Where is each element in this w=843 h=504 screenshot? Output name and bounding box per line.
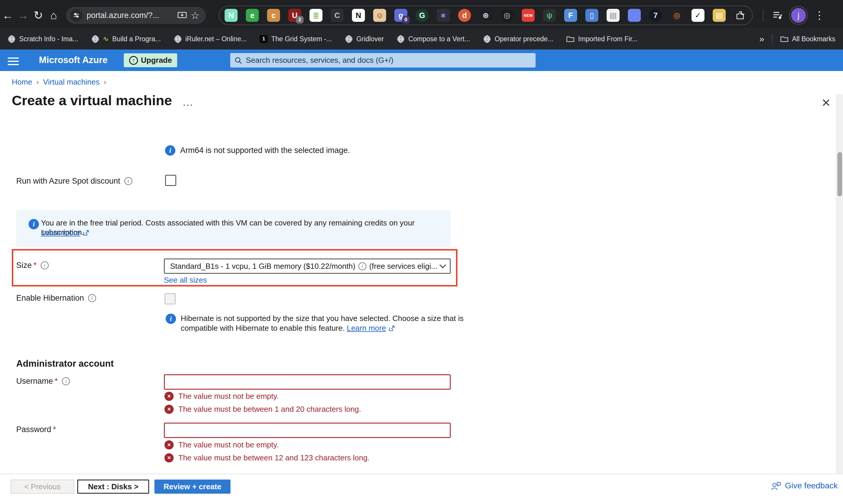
extension-new-badge-icon[interactable]: NEW [522, 9, 535, 22]
spot-discount-checkbox[interactable] [165, 175, 176, 186]
username-label: Username* i [16, 377, 70, 386]
bookmark-item[interactable]: Operator precede... [483, 35, 553, 43]
title-more-menu[interactable]: … [182, 96, 194, 108]
previous-button[interactable]: < Previous [11, 480, 74, 494]
info-tooltip-icon[interactable]: i [41, 262, 49, 269]
hibernation-info-line1: Hibernate is not supported by the size t… [181, 313, 464, 323]
error-icon: × [164, 440, 174, 449]
required-asterisk: * [53, 425, 56, 434]
info-icon: i [29, 219, 39, 229]
extension-ublock-icon[interactable]: U2 [288, 9, 301, 22]
username-input[interactable] [164, 374, 451, 390]
extension-target-rings-icon[interactable]: ◎ [501, 9, 514, 22]
bookmark-folder-item[interactable]: Imported From Fir... [566, 35, 638, 43]
size-dropdown[interactable]: Standard_B1s - 1 vcpu, 1 GiB memory ($10… [164, 258, 451, 274]
all-bookmarks-button[interactable]: All Bookmarks [780, 35, 835, 43]
extension-green-sprite-icon[interactable]: ψ [543, 9, 556, 22]
forward-icon[interactable]: → [15, 8, 31, 23]
external-link-icon [83, 229, 90, 236]
bookmark-item[interactable]: Scratch Info - Ima... [8, 35, 78, 43]
password-input[interactable] [164, 422, 451, 438]
bookmark-item[interactable]: Gridlover [345, 35, 384, 43]
extension-camel-journal-icon[interactable]: c [267, 9, 280, 22]
cast-install-icon[interactable] [176, 9, 189, 22]
media-controls-icon[interactable] [771, 9, 784, 22]
extension-dark-seven-icon[interactable]: 7 [649, 9, 662, 22]
ghost-badge: 0 [402, 16, 410, 23]
bookmarks-overflow-chevron[interactable]: » [759, 34, 764, 44]
close-icon[interactable]: × [822, 94, 830, 111]
toolbar-divider [763, 10, 764, 21]
page-title: Create a virtual machine [12, 92, 172, 108]
azure-header: Microsoft Azure ↑ Upgrade >_ 1 ⚙ ? [0, 50, 843, 71]
bookmark-item[interactable]: iRuler.net – Online... [174, 35, 247, 43]
extension-blue-phone-icon[interactable]: ▯ [586, 9, 598, 22]
bookmark-item[interactable]: 1 The Grid System -... [260, 35, 332, 43]
see-all-sizes-link[interactable]: See all sizes [164, 275, 207, 285]
extension-duckduckgo-icon[interactable]: d [458, 9, 471, 22]
globe-icon [91, 35, 99, 43]
bookmark-star-icon[interactable]: ☆ [189, 9, 202, 22]
admin-account-heading: Administrator account [16, 358, 114, 369]
extension-c-clock-icon[interactable]: C [331, 9, 344, 22]
info-tooltip-icon[interactable]: i [62, 377, 70, 385]
extension-duo-square-icon[interactable] [628, 9, 641, 22]
extension-white-doc-icon[interactable]: ▤ [607, 9, 620, 22]
address-bar[interactable]: portal.azure.com/?... ☆ [66, 7, 206, 24]
hibernation-label: Enable Hibernation i [16, 293, 96, 303]
give-feedback-link[interactable]: Give feedback [771, 481, 838, 491]
extension-n-teal-icon[interactable]: N [225, 9, 237, 22]
extension-notion-icon[interactable]: N [352, 9, 365, 22]
external-link-icon [388, 325, 395, 332]
azure-search-input[interactable] [246, 56, 532, 65]
site-settings-icon[interactable] [70, 9, 83, 21]
browser-profile-avatar[interactable]: j [791, 8, 806, 23]
required-asterisk: * [34, 261, 37, 270]
extension-asterisk-icon[interactable]: ∗ [437, 9, 450, 22]
url-text[interactable]: portal.azure.com/?... [87, 11, 176, 20]
extension-checklist-icon[interactable]: ✓ [692, 9, 704, 22]
extension-avatar-face-icon[interactable]: ☺ [373, 9, 386, 22]
globe-icon [174, 35, 182, 43]
info-tooltip-icon[interactable]: i [124, 177, 132, 185]
azure-brand[interactable]: Microsoft Azure [39, 55, 108, 66]
bookmark-item[interactable]: Compose to a Vert... [397, 35, 470, 43]
review-create-button[interactable]: Review + create [155, 480, 231, 494]
extension-green-report-icon[interactable]: ≣ [309, 9, 322, 22]
extension-evernote-icon[interactable]: e [246, 9, 259, 22]
free-trial-text: You are in the free trial period. Costs … [41, 218, 451, 237]
extension-fonts-icon[interactable]: F [564, 9, 577, 22]
wizard-footer: < Previous Next : Disks > Review + creat… [0, 474, 843, 504]
upgrade-button[interactable]: ↑ Upgrade [124, 53, 177, 67]
breadcrumb-separator: › [104, 77, 106, 86]
extension-rainbow-lens-icon[interactable]: ◎ [670, 9, 683, 22]
trial-learn-more-link[interactable]: Learn more [41, 228, 80, 237]
hibernation-learn-more-link[interactable]: Learn more [347, 324, 386, 332]
info-tooltip-icon[interactable]: i [88, 294, 96, 302]
extension-yellow-folder-icon[interactable]: ▤ [713, 9, 726, 22]
page-scrollbar[interactable] [836, 94, 843, 474]
grid-system-favicon: 1 [260, 35, 268, 43]
azure-search-box[interactable] [230, 53, 536, 68]
hibernation-info-row: i Hibernate is not supported by the size… [166, 313, 464, 333]
info-tooltip-icon[interactable]: i [358, 262, 366, 270]
folder-icon [780, 35, 788, 42]
breadcrumb-separator: › [36, 77, 39, 86]
ublock-badge: 2 [296, 16, 304, 23]
breadcrumb-vm-link[interactable]: Virtual machines [43, 77, 100, 86]
next-disks-button[interactable]: Next : Disks > [77, 480, 149, 494]
error-icon: × [164, 392, 174, 401]
extensions-puzzle-icon[interactable] [734, 9, 747, 22]
bookmarks-bar: Scratch Info - Ima... ∿ Build a Progra..… [0, 28, 843, 50]
breadcrumb-home-link[interactable]: Home [12, 77, 32, 86]
hamburger-menu-icon[interactable] [8, 55, 19, 67]
home-icon[interactable]: ⌂ [46, 8, 61, 23]
extension-react-atom-icon[interactable]: ⊛ [479, 9, 492, 22]
reload-icon[interactable]: ↻ [31, 8, 46, 23]
bookmark-item[interactable]: ∿ Build a Progra... [91, 35, 161, 43]
extension-grammarly-icon[interactable]: G [416, 9, 429, 22]
back-icon[interactable]: ← [0, 8, 15, 23]
extension-ghost-icon[interactable]: g0 [394, 9, 407, 22]
scrollbar-thumb[interactable] [838, 152, 842, 196]
browser-menu-icon[interactable]: ⋮ [813, 9, 825, 21]
